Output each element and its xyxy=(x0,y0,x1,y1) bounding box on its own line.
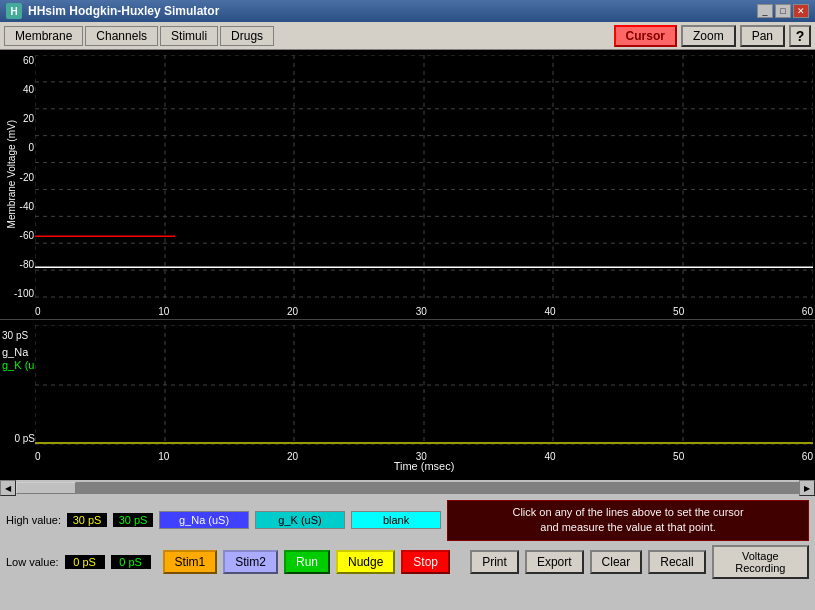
high-k-value: 30 pS xyxy=(113,513,153,527)
recall-button[interactable]: Recall xyxy=(648,550,705,574)
pan-button[interactable]: Pan xyxy=(740,25,785,47)
conductance-chart-svg xyxy=(35,325,813,445)
x-tick-40: 40 xyxy=(544,306,555,317)
y-tick-n40: -40 xyxy=(20,201,34,212)
window-controls: _ □ ✕ xyxy=(757,4,809,18)
info-text: Click on any of the lines above to set t… xyxy=(512,506,743,533)
clear-button[interactable]: Clear xyxy=(590,550,643,574)
scroll-track[interactable] xyxy=(16,482,799,494)
menu-stimuli[interactable]: Stimuli xyxy=(160,26,218,46)
menu-membrane[interactable]: Membrane xyxy=(4,26,83,46)
scroll-thumb[interactable] xyxy=(16,482,76,494)
info-box: Click on any of the lines above to set t… xyxy=(447,500,809,541)
y-tick-n20: -20 xyxy=(20,172,34,183)
cursor-button[interactable]: Cursor xyxy=(614,25,677,47)
y-bottom-label: 0 pS xyxy=(14,433,35,444)
run-button[interactable]: Run xyxy=(284,550,330,574)
x-tick-0: 0 xyxy=(35,306,41,317)
window-title: HHsim Hodgkin-Huxley Simulator xyxy=(28,4,757,18)
low-na-value: 0 pS xyxy=(65,555,105,569)
x-axis-top: 0 10 20 30 40 50 60 xyxy=(35,306,813,317)
y-axis-ticks: 60 40 20 0 -20 -40 -60 -80 -100 xyxy=(18,55,36,299)
voltage-recording-button[interactable]: Voltage Recording xyxy=(712,545,809,579)
y-axis-label: Membrane Voltage (mV) xyxy=(6,120,17,228)
stim1-button[interactable]: Stim1 xyxy=(163,550,218,574)
maximize-button[interactable]: □ xyxy=(775,4,791,18)
print-button[interactable]: Print xyxy=(470,550,519,574)
x-tick-30: 30 xyxy=(416,306,427,317)
minimize-button[interactable]: _ xyxy=(757,4,773,18)
conductance-chart-canvas[interactable] xyxy=(35,325,813,445)
x-tick-10: 10 xyxy=(158,306,169,317)
y-tick-0: 0 xyxy=(28,142,34,153)
main-chart-area: Membrane Voltage (mV) 60 40 20 0 -20 -40… xyxy=(0,50,815,480)
stim2-button[interactable]: Stim2 xyxy=(223,550,278,574)
high-na-value: 30 pS xyxy=(67,513,107,527)
title-bar: H HHsim Hodgkin-Huxley Simulator _ □ ✕ xyxy=(0,0,815,22)
app-icon: H xyxy=(6,3,22,19)
close-button[interactable]: ✕ xyxy=(793,4,809,18)
scroll-left-button[interactable]: ◀ xyxy=(0,480,16,496)
voltage-chart-svg xyxy=(35,55,813,299)
controls-row-2: Low value: 0 pS 0 pS Stim1 Stim2 Run Nud… xyxy=(6,545,809,579)
channel-blank-button[interactable]: blank xyxy=(351,511,441,529)
low-k-value: 0 pS xyxy=(111,555,151,569)
stop-button[interactable]: Stop xyxy=(401,550,450,574)
y-tick-n60: -60 xyxy=(20,230,34,241)
y-tick-60: 60 xyxy=(23,55,34,66)
x-tick-60: 60 xyxy=(802,306,813,317)
menu-bar: Membrane Channels Stimuli Drugs Cursor Z… xyxy=(0,22,815,50)
channel-na-button[interactable]: g_Na (uS) xyxy=(159,511,249,529)
x-tick-20: 20 xyxy=(287,306,298,317)
bottom-controls: High value: 30 pS 30 pS g_Na (uS) g_K (u… xyxy=(0,496,815,583)
low-value-label: Low value: xyxy=(6,556,59,568)
y-tick-n80: -80 xyxy=(20,259,34,270)
voltage-chart-canvas[interactable] xyxy=(35,55,813,299)
zoom-button[interactable]: Zoom xyxy=(681,25,736,47)
y-tick-n100: -100 xyxy=(14,288,34,299)
conductance-chart: 30 pS g_Na g_K (uS) 0 pS xyxy=(0,320,815,480)
scroll-right-button[interactable]: ▶ xyxy=(799,480,815,496)
controls-row-1: High value: 30 pS 30 pS g_Na (uS) g_K (u… xyxy=(6,500,809,541)
scrollbar: ◀ ▶ xyxy=(0,480,815,496)
x-axis-title: Time (msec) xyxy=(35,460,813,472)
export-button[interactable]: Export xyxy=(525,550,584,574)
voltage-chart: Membrane Voltage (mV) 60 40 20 0 -20 -40… xyxy=(0,50,815,320)
help-button[interactable]: ? xyxy=(789,25,811,47)
toolbar-right: Cursor Zoom Pan ? xyxy=(614,25,811,47)
nudge-button[interactable]: Nudge xyxy=(336,550,395,574)
y-tick-20: 20 xyxy=(23,113,34,124)
menu-channels[interactable]: Channels xyxy=(85,26,158,46)
x-tick-50: 50 xyxy=(673,306,684,317)
high-value-label: High value: xyxy=(6,514,61,526)
y-tick-40: 40 xyxy=(23,84,34,95)
menu-drugs[interactable]: Drugs xyxy=(220,26,274,46)
channel-k-button[interactable]: g_K (uS) xyxy=(255,511,345,529)
